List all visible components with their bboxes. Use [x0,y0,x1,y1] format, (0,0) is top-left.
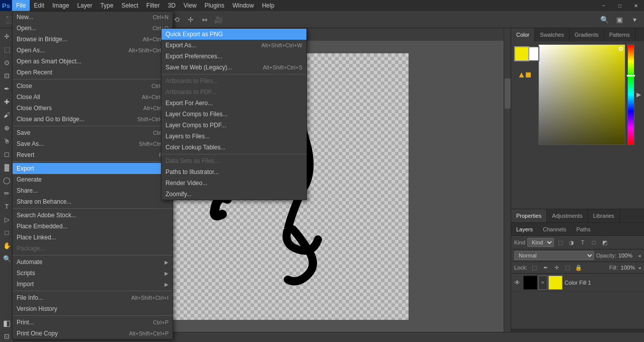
menu-open[interactable]: Open...Ctrl+O [13,23,173,34]
tool-extra[interactable]: ⊡ [1,330,13,342]
export-layers-files[interactable]: Layers to Files... [162,131,306,142]
export-layer-comps-pdf[interactable]: Layer Comps to PDF... [162,120,306,131]
menu-save[interactable]: SaveCtrl+S [13,127,173,138]
export-color-lookup[interactable]: Color Lookup Tables... [162,142,306,153]
menu-export[interactable]: Export▶ [13,163,173,174]
opacity-decrease-btn[interactable]: ◂ [638,252,641,259]
gradients-tab[interactable]: Gradients [570,28,604,41]
menu-open-smart-object[interactable]: Open as Smart Object... [13,56,173,67]
menu-import[interactable]: Import▶ [13,279,173,290]
save-for-web[interactable]: Save for Web (Legacy)... Alt+Shift+Ctrl+… [162,62,306,73]
minimize-button[interactable]: − [596,0,612,11]
tool-fg-bg[interactable]: ◧ [1,317,13,329]
menu-place-embedded[interactable]: Place Embedded... [13,221,173,232]
libraries-tab[interactable]: Libraries [588,209,620,222]
adjustment-filter-btn[interactable]: ◑ [567,238,576,247]
smart-filter-btn[interactable]: ◩ [600,238,609,247]
tool-dodge[interactable]: ◯ [1,174,13,186]
export-zoomify[interactable]: Zoomify... [162,189,306,200]
menu-close-all[interactable]: Close AllAlt+Ctrl+W [13,92,173,103]
pixel-filter-btn[interactable]: ⬚ [556,238,565,247]
menu-print-one-copy[interactable]: Print One CopyAlt+Shift+Ctrl+P [13,328,173,339]
color-spectrum[interactable] [538,44,625,145]
menu-generate[interactable]: Generate▶ [13,174,173,185]
tool-move[interactable]: ✛ [1,30,13,42]
export-preferences[interactable]: Export Preferences... [162,51,306,62]
lock-position-btn[interactable]: ✛ [552,264,560,272]
blend-mode-select[interactable]: Normal [514,251,594,260]
paths-tab[interactable]: Paths [572,223,596,236]
export-layer-comps-files[interactable]: Layer Comps to Files... [162,109,306,120]
tool-heal[interactable]: ✚ [1,96,13,108]
menu-version-history[interactable]: Version History [13,303,173,314]
menu-place-linked[interactable]: Place Linked... [13,232,173,243]
menu-revert[interactable]: RevertF12 [13,149,173,160]
more-btn[interactable]: ▾ [628,13,641,26]
tool-zoom[interactable]: 🔍 [1,252,13,265]
tool-hand[interactable]: ✋ [1,239,13,251]
menu-share-behance[interactable]: Share on Behance... [13,196,173,207]
tool-eraser[interactable]: ◻ [1,148,13,160]
menu-close-others[interactable]: Close OthersAlt+Ctrl+P [13,103,173,114]
vertical-scrollbar[interactable] [504,28,511,335]
tool-gradient[interactable]: ▓ [1,161,13,173]
menu-select[interactable]: Select [117,0,142,11]
lock-all-btn[interactable]: 🔒 [575,264,583,272]
menu-type[interactable]: Type [96,0,117,11]
menu-image[interactable]: Image [48,0,73,11]
menu-layer[interactable]: Layer [73,0,96,11]
menu-open-recent[interactable]: Open Recent▶ [13,67,173,78]
export-for-aero[interactable]: Export For Aero... [162,98,306,109]
menu-help[interactable]: Help [258,0,279,11]
menu-browse-bridge[interactable]: Browse in Bridge...Alt+Ctrl+O [13,34,173,45]
export-render-video[interactable]: Render Video... [162,178,306,189]
properties-tab[interactable]: Properties [511,209,547,222]
menu-view[interactable]: View [180,0,201,11]
tool-lasso[interactable]: ⊙ [1,56,13,68]
menu-share[interactable]: Share... [13,185,173,196]
tool-clone[interactable]: ⊕ [1,122,13,134]
menu-edit[interactable]: Edit [30,0,48,11]
maximize-button[interactable]: □ [612,0,628,11]
layer-visibility-toggle[interactable]: 👁 [513,279,521,287]
menu-search-stock[interactable]: Search Adobe Stock... [13,210,173,221]
shape-filter-btn[interactable]: □ [589,238,598,247]
menu-window[interactable]: Window [228,0,258,11]
menu-package[interactable]: Package... [13,243,173,254]
swatches-tab[interactable]: Swatches [535,28,570,41]
lock-artboard-btn[interactable]: ⬚ [564,264,572,272]
menu-filter[interactable]: Filter [142,0,164,11]
foreground-swatch[interactable] [514,46,529,61]
menu-close[interactable]: CloseCtrl+W [13,80,173,92]
type-filter-btn[interactable]: T [578,238,587,247]
3d-zoom-btn[interactable]: 🎥 [212,13,225,26]
patterns-tab[interactable]: Patterns [604,28,635,41]
tool-crop[interactable]: ⊡ [1,69,13,81]
menu-file-info[interactable]: File Info...Alt+Shift+Ctrl+I [13,292,173,303]
tool-path[interactable]: ▷ [1,213,13,225]
workspace-btn[interactable]: ▣ [613,13,626,26]
menu-scripts[interactable]: Scripts▶ [13,268,173,279]
menu-new[interactable]: New...Ctrl+N [13,12,173,23]
export-paths-illustrator[interactable]: Paths to Illustrator... [162,166,306,178]
adjustments-tab[interactable]: Adjustments [547,209,588,222]
menu-save-as[interactable]: Save As...Shift+Ctrl+S [13,138,173,149]
fill-value[interactable]: 100% [621,265,635,271]
panel-collapse-icon[interactable]: ▶ [636,91,641,98]
menu-open-as[interactable]: Open As...Alt+Shift+Ctrl+O [13,45,173,56]
export-quick-png[interactable]: Quick Export as PNG [162,29,306,40]
tool-text[interactable]: T [1,200,13,212]
tool-history[interactable]: 🖱 [1,135,13,147]
tool-eyedropper[interactable]: ✒ [1,82,13,95]
close-button[interactable]: ✕ [628,0,644,11]
export-as[interactable]: Export As... Alt+Shift+Ctrl+W [162,40,306,51]
kind-select[interactable]: Kind [527,238,554,247]
lock-paint-btn[interactable]: ✒ [541,264,549,272]
tool-pen[interactable]: ✏ [1,187,13,199]
layers-tab[interactable]: Layers [511,223,538,236]
menu-automate[interactable]: Automate▶ [13,256,173,268]
menu-plugins[interactable]: Plugins [201,0,228,11]
lock-pixel-btn[interactable]: ⬚ [530,264,538,272]
opacity-value[interactable]: 100% [618,252,636,259]
3d-slide-btn[interactable]: ⇔ [198,13,211,26]
